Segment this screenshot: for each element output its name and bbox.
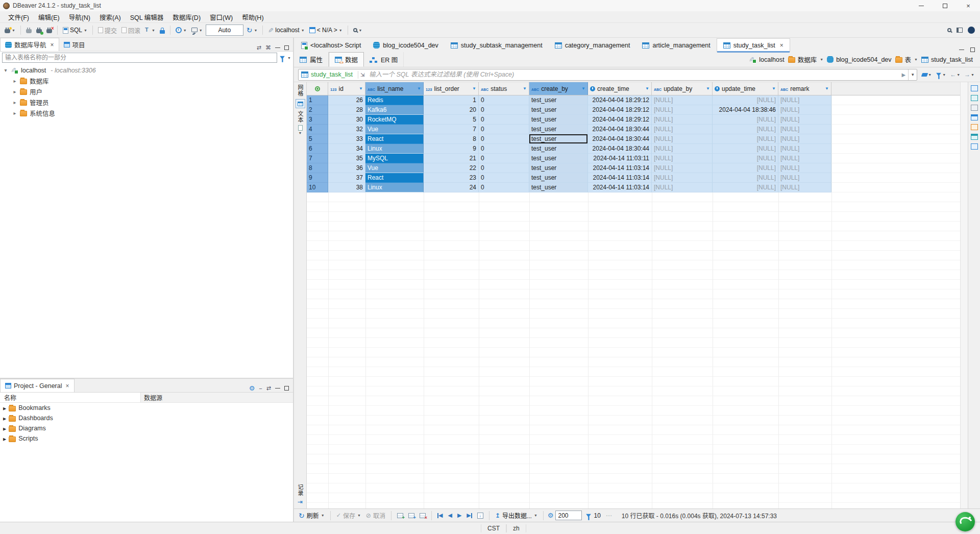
panel-aggregate-icon[interactable] (971, 95, 978, 101)
filter-count-indicator[interactable]: 10 (584, 512, 602, 519)
maximize-editor-icon[interactable] (970, 47, 975, 52)
close-icon[interactable]: × (51, 41, 54, 48)
language-indicator[interactable]: zh (506, 524, 526, 532)
column-menu-icon[interactable]: ▼ (645, 86, 649, 91)
grid-settings-icon[interactable]: ⚙ (548, 512, 554, 519)
menu-item[interactable]: 窗口(W) (206, 11, 237, 23)
editor-tab[interactable]: study_subtask_management × (445, 38, 549, 52)
editor-tab[interactable]: blog_icode504_dev × (367, 38, 444, 52)
menu-item[interactable]: SQL 编辑器 (126, 11, 168, 23)
cell-list-order[interactable]: 23 (424, 173, 479, 183)
presentation-tab-grid[interactable]: 网格 (296, 84, 304, 96)
cell-status[interactable]: 0 (479, 144, 529, 154)
cell-list-name[interactable]: RocketMQ (365, 115, 424, 125)
sql-editor-button[interactable]: SQL▼ (61, 24, 89, 36)
cell-remark[interactable]: [NULL] (778, 115, 831, 125)
column-header-name[interactable]: 名称 (0, 393, 141, 402)
cell-create-time[interactable]: 2024-04-14 11:03:14 (588, 183, 652, 192)
minimize-editor-icon[interactable] (959, 50, 964, 50)
project-item[interactable]: ▸ Bookmarks (0, 403, 293, 413)
tree-item[interactable]: ▸ 数据库 (0, 76, 293, 86)
rollback-button[interactable]: 回滚 (120, 24, 142, 36)
cell-status[interactable]: 0 (479, 95, 529, 105)
cell-update-by[interactable]: [NULL] (652, 154, 713, 163)
next-row-button[interactable]: ▶ (456, 512, 463, 519)
breadcrumb-item[interactable]: localhost ▼ (749, 56, 784, 63)
table-row[interactable]: 6 34 Linux 9 0 test_user 2024-04-04 18:3… (307, 144, 831, 154)
cell-create-by[interactable]: test_user (529, 134, 588, 144)
prev-row-button[interactable]: ◀ (446, 512, 453, 519)
cell-id[interactable]: 33 (328, 134, 365, 144)
breadcrumb-item[interactable]: 表 ▼ (895, 55, 918, 64)
cell-list-name[interactable]: MySQL (365, 154, 424, 163)
column-menu-icon[interactable]: ▼ (772, 86, 776, 91)
active-connection-selector[interactable]: ✎localhost▼ (266, 24, 306, 36)
chevron-down-icon[interactable]: ▼ (820, 58, 823, 61)
reconnect-button[interactable] (35, 24, 43, 36)
link-editor-icon[interactable]: ⇄ (257, 44, 261, 51)
cell-update-time[interactable]: [NULL] (713, 95, 778, 105)
row-number[interactable]: 10 (307, 183, 328, 192)
breadcrumb-item[interactable]: blog_icode504_dev ▼ (827, 56, 891, 63)
menu-item[interactable]: 帮助(H) (238, 11, 267, 23)
cell-create-time[interactable]: 2024-04-04 18:29:12 (588, 95, 652, 105)
panel-references-icon[interactable] (971, 124, 978, 130)
column-menu-icon[interactable]: ▼ (706, 86, 710, 91)
row-number[interactable]: 3 (307, 115, 328, 125)
table-row[interactable]: 7 35 MySQL 21 0 test_user 2024-04-14 11:… (307, 154, 831, 163)
filter-dropdown-icon[interactable]: ▼ (287, 56, 291, 60)
tree-item-localhost[interactable]: ▾ localhost - localhost:3306 (0, 65, 293, 76)
cell-list-order[interactable]: 22 (424, 163, 479, 173)
perspective-icon[interactable] (957, 28, 963, 33)
menu-item[interactable]: 导航(N) (65, 11, 94, 23)
export-data-button[interactable]: ↥导出数据...▼ (494, 511, 539, 520)
cell-create-time[interactable]: 2024-04-04 18:30:44 (588, 144, 652, 154)
project-general-tab[interactable]: Project - General × (0, 379, 75, 392)
expander-icon[interactable]: ▸ (12, 89, 17, 94)
select-all-corner[interactable] (307, 82, 328, 95)
cell-create-by[interactable]: test_user (529, 115, 588, 125)
table-filter-input[interactable] (2, 53, 277, 63)
menu-item[interactable]: 文件(F) (4, 11, 33, 23)
cell-update-by[interactable]: [NULL] (652, 125, 713, 134)
last-row-button[interactable]: ▶ (465, 512, 473, 519)
record-mode-icon[interactable]: ⇥ (298, 498, 303, 505)
cell-status[interactable]: 0 (479, 163, 529, 173)
cell-create-by[interactable]: test_user (529, 144, 588, 154)
cell-update-by[interactable]: [NULL] (652, 173, 713, 183)
cell-list-order[interactable]: 8 (424, 134, 479, 144)
cell-update-by[interactable]: [NULL] (652, 134, 713, 144)
column-header-datasource[interactable]: 数据源 (141, 393, 293, 402)
editor-tab[interactable]: <localhost> Script × (295, 38, 367, 52)
table-row[interactable]: 9 37 React 23 0 test_user 2024-04-14 11:… (307, 173, 831, 183)
column-header[interactable]: list_order ▼ (424, 82, 479, 95)
expander-icon[interactable]: ▸ (3, 435, 6, 443)
vertical-scrollbar[interactable] (960, 82, 968, 508)
cell-list-order[interactable]: 24 (424, 183, 479, 192)
breadcrumb-item[interactable]: 数据库 ▼ (788, 55, 823, 64)
fetch-all-button[interactable]: ↓ (476, 513, 485, 519)
cell-create-by[interactable]: test_user (529, 173, 588, 183)
sidebar-tab[interactable]: 项目 × (59, 38, 90, 51)
expander-icon[interactable]: ▸ (3, 425, 6, 432)
maximize-panel-icon[interactable] (284, 45, 289, 50)
cell-remark[interactable]: [NULL] (778, 154, 831, 163)
breadcrumb-item[interactable]: study_task_list ▼ (921, 56, 973, 63)
column-header[interactable]: status ▼ (479, 82, 529, 95)
menu-item[interactable]: 编辑(E) (34, 11, 64, 23)
text-presentation-icon[interactable] (298, 125, 303, 131)
menu-item[interactable]: 数据库(D) (168, 11, 205, 23)
cell-id[interactable]: 32 (328, 125, 365, 134)
cell-update-by[interactable]: [NULL] (652, 95, 713, 105)
cell-id[interactable]: 35 (328, 154, 365, 163)
expander-icon[interactable]: ▸ (3, 404, 6, 412)
cancel-button[interactable]: ⊘取消 (364, 511, 387, 520)
table-row[interactable]: 4 32 Vue 7 0 test_user 2024-04-04 18:30:… (307, 125, 831, 134)
cell-update-time[interactable]: [NULL] (713, 183, 778, 192)
cell-update-time[interactable]: [NULL] (713, 163, 778, 173)
cell-list-name[interactable]: Kafka6 (365, 105, 424, 115)
collapse-all-icon[interactable]: ⌘ (265, 44, 271, 51)
cell-list-order[interactable]: 1 (424, 95, 479, 105)
expand-filter-icon[interactable]: ⇲ (360, 72, 366, 78)
row-number[interactable]: 8 (307, 163, 328, 173)
